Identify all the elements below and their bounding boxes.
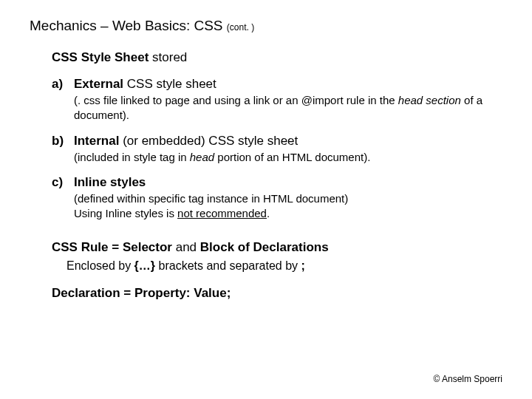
item-c-desc-end: . xyxy=(267,207,270,219)
item-c-row: c) Inline styles (defined within specifi… xyxy=(52,175,502,222)
item-c-desc: (defined within specific tag instance in… xyxy=(74,191,502,222)
item-a-body: External CSS style sheet (. css file lin… xyxy=(74,77,502,123)
item-b-label: Internal (or embedded) CSS style sheet xyxy=(74,134,502,149)
item-c-label: Inline styles xyxy=(74,175,502,190)
content-section: CSS Style Sheet stored a) External CSS s… xyxy=(52,50,502,301)
item-c-marker: c) xyxy=(52,175,74,190)
list-item-a: a) External CSS style sheet (. css file … xyxy=(52,77,502,123)
subheading-rest: stored xyxy=(149,50,187,64)
item-b-desc-italic: head xyxy=(190,151,214,163)
list-item-c: c) Inline styles (defined within specifi… xyxy=(52,175,502,222)
subheading-bold: CSS Style Sheet xyxy=(52,50,149,64)
item-c-desc-line1: (defined within specific tag instance in… xyxy=(74,192,348,205)
footer-copyright: © Anselm Spoerri xyxy=(433,374,502,384)
item-b-label-rest: (or embedded) CSS style sheet xyxy=(119,134,298,148)
rule-line2-mid: brackets and separated by xyxy=(155,259,301,272)
rule-line2-b1: {…} xyxy=(134,259,155,272)
item-c-desc-line2-pre: Using Inline styles is xyxy=(74,207,177,219)
item-a-desc-italic: head section xyxy=(398,94,461,106)
item-a-label: External CSS style sheet xyxy=(74,77,502,92)
item-a-desc: (. css file linked to page and using a l… xyxy=(74,93,502,123)
item-c-desc-underline: not recommended xyxy=(177,207,267,219)
rule-line2-b2: ; xyxy=(301,259,305,272)
item-a-label-bold: External xyxy=(74,77,123,91)
item-c-body: Inline styles (defined within specific t… xyxy=(74,175,502,222)
css-rule-block: CSS Rule = Selector and Block of Declara… xyxy=(52,240,502,273)
item-b-desc-pre: (included in style tag in xyxy=(74,151,190,163)
slide-page: Mechanics – Web Basics: CSS (cont. ) CSS… xyxy=(0,0,532,399)
declaration-line: Declaration = Property: Value; xyxy=(52,286,502,301)
item-b-desc: (included in style tag in head portion o… xyxy=(74,150,502,165)
item-b-label-bold: Internal xyxy=(74,134,119,148)
slide-title: Mechanics – Web Basics: CSS (cont. ) xyxy=(30,18,502,34)
item-b-desc-post: portion of an HTML document). xyxy=(214,151,370,163)
rule-line1-bold2: Block of Declarations xyxy=(200,240,329,254)
rule-line1-bold1: CSS Rule = Selector xyxy=(52,240,172,254)
item-a-marker: a) xyxy=(52,77,74,92)
item-b-body: Internal (or embedded) CSS style sheet (… xyxy=(74,134,502,165)
item-a-row: a) External CSS style sheet (. css file … xyxy=(52,77,502,123)
rule-line1-mid: and xyxy=(172,240,200,254)
item-a-desc-pre: (. css file linked to page and using a l… xyxy=(74,94,398,106)
rule-line2-pre: Enclosed by xyxy=(66,259,134,272)
rule-line1: CSS Rule = Selector and Block of Declara… xyxy=(52,240,502,255)
item-a-label-rest: CSS style sheet xyxy=(123,77,216,91)
item-b-marker: b) xyxy=(52,134,74,149)
list-item-b: b) Internal (or embedded) CSS style shee… xyxy=(52,134,502,165)
item-c-label-bold: Inline styles xyxy=(74,175,146,189)
subheading: CSS Style Sheet stored xyxy=(52,50,502,65)
title-main: Mechanics – Web Basics: CSS xyxy=(30,18,223,33)
rule-line2: Enclosed by {…} brackets and separated b… xyxy=(66,259,502,273)
title-cont: (cont. ) xyxy=(227,22,254,33)
item-b-row: b) Internal (or embedded) CSS style shee… xyxy=(52,134,502,165)
